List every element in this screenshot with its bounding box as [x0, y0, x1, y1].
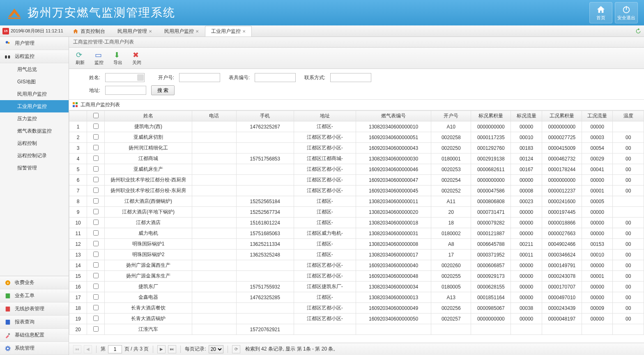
- tab-民用用户监控[interactable]: 民用用户监控✕: [158, 26, 205, 37]
- column-header[interactable]: 标况流量: [511, 111, 542, 121]
- row-checkbox[interactable]: [93, 230, 99, 236]
- first-page-button[interactable]: ⏮: [73, 345, 81, 353]
- sidebar-item-报警管理[interactable]: 报警管理: [0, 162, 69, 174]
- page-input[interactable]: [108, 345, 122, 353]
- sidebar-group-远程监控[interactable]: 远程监控: [0, 50, 69, 63]
- row-checkbox[interactable]: [93, 198, 99, 204]
- sidebar-group-用户管理[interactable]: 用户管理: [0, 37, 69, 50]
- sidebar-group-系统管理[interactable]: 系统管理: [0, 342, 69, 355]
- row-checkbox[interactable]: [93, 188, 99, 193]
- row-checkbox[interactable]: [93, 145, 99, 150]
- table-row[interactable]: 8江都大酒店(西侧锅炉)15252565184江都区-1308203406000…: [69, 196, 644, 207]
- close-button[interactable]: ✖关闭: [132, 50, 141, 66]
- search-button[interactable]: 搜 索: [151, 85, 175, 95]
- row-checkbox[interactable]: [93, 209, 99, 214]
- table-row[interactable]: 19长青大酒店锅炉江都区艺都小区-16092034060000005000202…: [69, 314, 644, 324]
- row-checkbox[interactable]: [93, 305, 99, 310]
- reload-button[interactable]: ⟳: [232, 345, 240, 353]
- sidebar-item-远程控制[interactable]: 远程控制: [0, 137, 69, 149]
- table-row[interactable]: 5亚威机床生产江都区艺都小区-1609203406000000460020253…: [69, 164, 644, 175]
- column-header[interactable]: 姓名: [105, 111, 192, 121]
- column-header[interactable]: [69, 111, 87, 121]
- row-checkbox[interactable]: [93, 284, 99, 289]
- sidebar-group-基础信息配置[interactable]: 基础信息配置: [0, 329, 69, 342]
- row-checkbox[interactable]: [93, 220, 99, 225]
- sidebar-item-用气总览[interactable]: 用气总览: [0, 63, 69, 76]
- table-row[interactable]: 16捷凯东厂15751755932江都区捷凯东厂-130820340600000…: [69, 282, 644, 292]
- close-icon[interactable]: ✕: [196, 29, 199, 34]
- table-row[interactable]: 14扬州广源金属西生产江都区艺都小区-160920340600000040002…: [69, 260, 644, 271]
- table-row[interactable]: 6扬州职业技术学校江都分校-西厨房江都区艺都小区-160920340600000…: [69, 175, 644, 186]
- row-checkbox[interactable]: [93, 273, 99, 278]
- prev-page-button[interactable]: ◀: [84, 345, 92, 353]
- meter-input[interactable]: [255, 73, 296, 82]
- refresh-all-icon[interactable]: [635, 28, 642, 34]
- column-header[interactable]: 温度: [613, 111, 644, 121]
- table-row[interactable]: 4江都商城15751756853江都区江都商城-1308203406000000…: [69, 153, 644, 164]
- horizontal-scrollbar[interactable]: [69, 336, 644, 343]
- column-header[interactable]: 地址: [294, 111, 356, 121]
- column-header[interactable]: 开户号: [431, 111, 471, 121]
- column-header[interactable]: 燃气表编号: [356, 111, 431, 121]
- table-row[interactable]: 17金鑫电器14762325285江都区-130820340600000013A…: [69, 292, 644, 303]
- dropdown-icon[interactable]: [137, 74, 144, 81]
- sidebar-group-无线抄表管理[interactable]: 无线抄表管理: [0, 302, 69, 316]
- next-page-button[interactable]: ▶: [157, 345, 166, 353]
- export-button[interactable]: ⬇导出: [113, 50, 122, 66]
- close-icon[interactable]: ✕: [149, 29, 152, 34]
- tab-民用用户管理[interactable]: 民用用户管理✕: [111, 26, 158, 37]
- sidebar-item-远程控制记录[interactable]: 远程控制记录: [0, 149, 69, 162]
- close-icon[interactable]: ✕: [242, 29, 246, 34]
- per-page-select[interactable]: 20: [209, 345, 223, 353]
- last-page-button[interactable]: ⏭: [168, 345, 176, 353]
- tab-工业用户监控[interactable]: 工业用户监控✕: [205, 26, 252, 37]
- row-checkbox[interactable]: [93, 134, 99, 140]
- refresh-button[interactable]: ⟳刷新: [76, 50, 85, 66]
- row-checkbox[interactable]: [93, 262, 99, 268]
- column-header[interactable]: 工况累积量: [542, 111, 582, 121]
- monitor-button[interactable]: ▭监控: [94, 50, 104, 66]
- tab-首页控制台[interactable]: 首页控制台: [67, 26, 111, 37]
- row-checkbox[interactable]: [93, 316, 99, 321]
- column-header[interactable]: 工况流量: [582, 111, 613, 121]
- row-checkbox[interactable]: [93, 166, 99, 172]
- table-row[interactable]: 15扬州广源金属东生产江都区艺都小区-160920340600000048002…: [69, 271, 644, 282]
- contact-input[interactable]: [330, 73, 371, 82]
- sidebar-item-民用用户监控[interactable]: 民用用户监控: [0, 88, 69, 100]
- select-all-checkbox[interactable]: [93, 113, 99, 118]
- home-button[interactable]: 首页: [589, 2, 612, 23]
- table-row[interactable]: 11威力电机15751685063江都区威力电机-130820340600000…: [69, 228, 644, 239]
- row-checkbox[interactable]: [93, 326, 99, 332]
- table-row[interactable]: 18长青大酒店餐饮江都区艺都小区-16092034060000004900202…: [69, 303, 644, 314]
- table-row[interactable]: 12明珠国际锅炉113625211334江都区-1308203406000000…: [69, 239, 644, 250]
- logout-button[interactable]: 安全退出: [615, 2, 638, 23]
- column-header[interactable]: 标况累积量: [471, 111, 511, 121]
- sidebar-group-报表查询[interactable]: 报表查询: [0, 316, 69, 329]
- table-row[interactable]: 7扬州职业技术学校江都分校-东厨房江都区艺都小区-160920340600000…: [69, 186, 644, 196]
- table-row[interactable]: 20江淮汽车15720762921: [69, 324, 644, 335]
- table-row[interactable]: 13明珠国际锅炉213625325248江都区-1308203406000000…: [69, 250, 644, 260]
- table-row[interactable]: 10江都大酒店15161801224江都区-130820340600000018…: [69, 218, 644, 228]
- sidebar-item-压力监控[interactable]: 压力监控: [0, 112, 69, 125]
- table-row[interactable]: 9江都大酒店(半地下锅炉)15252567734江都区-130820340600…: [69, 207, 644, 218]
- table-row[interactable]: 3扬州润江精细化工江都区艺都小区-16092034060000004300202…: [69, 143, 644, 153]
- row-checkbox[interactable]: [93, 177, 99, 182]
- account-input[interactable]: [179, 73, 220, 82]
- row-checkbox[interactable]: [93, 294, 99, 300]
- sidebar-group-收费业务[interactable]: ¥收费业务: [0, 276, 69, 289]
- column-header[interactable]: 电话: [192, 111, 236, 121]
- data-grid[interactable]: 姓名电话手机地址燃气表编号开户号标况累积量标况流量工况累积量工况流量温度1捷凯电…: [69, 110, 644, 336]
- row-checkbox[interactable]: [93, 241, 99, 246]
- sidebar-item-燃气表数据监控[interactable]: 燃气表数据监控: [0, 125, 69, 137]
- sidebar-item-GIS地图[interactable]: GIS地图: [0, 76, 69, 88]
- table-row[interactable]: 2亚威机床切割江都区艺都小区-1609203406000000510020258…: [69, 132, 644, 143]
- row-checkbox[interactable]: [93, 124, 99, 129]
- table-row[interactable]: 1捷凯电力(西)14762325267江都区-13082034060000001…: [69, 121, 644, 132]
- address-input[interactable]: [105, 86, 146, 95]
- sidebar-item-工业用户监控[interactable]: 工业用户监控: [0, 100, 69, 112]
- row-checkbox[interactable]: [93, 156, 99, 161]
- row-checkbox[interactable]: [93, 252, 99, 257]
- column-header[interactable]: 手机: [236, 111, 294, 121]
- sidebar-group-业务工单[interactable]: 业务工单: [0, 289, 69, 302]
- column-header[interactable]: [87, 111, 105, 121]
